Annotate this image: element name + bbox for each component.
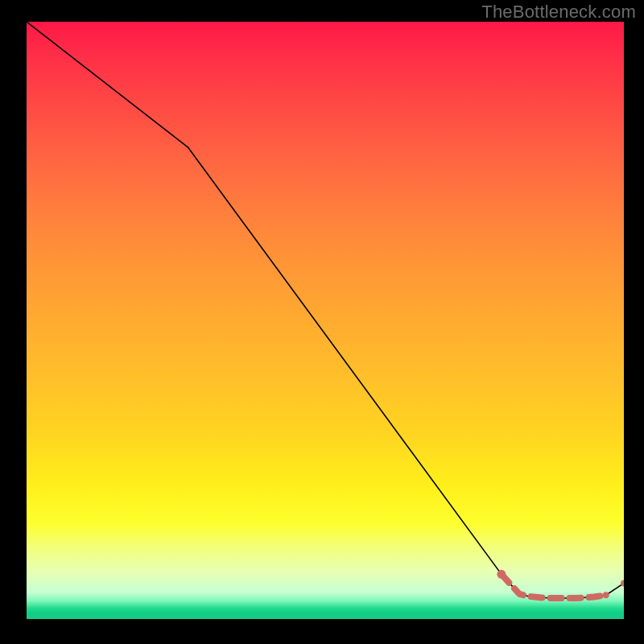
plot-area — [27, 22, 624, 619]
watermark-text: TheBottleneck.com — [481, 2, 636, 23]
highlight-path — [497, 570, 605, 598]
end-markers — [603, 580, 624, 598]
svg-point-0 — [497, 570, 506, 579]
svg-point-2 — [621, 580, 624, 586]
chart-svg — [27, 22, 624, 619]
chart-frame: TheBottleneck.com — [0, 0, 644, 644]
svg-point-1 — [603, 592, 609, 598]
main-curve-path — [27, 22, 624, 598]
